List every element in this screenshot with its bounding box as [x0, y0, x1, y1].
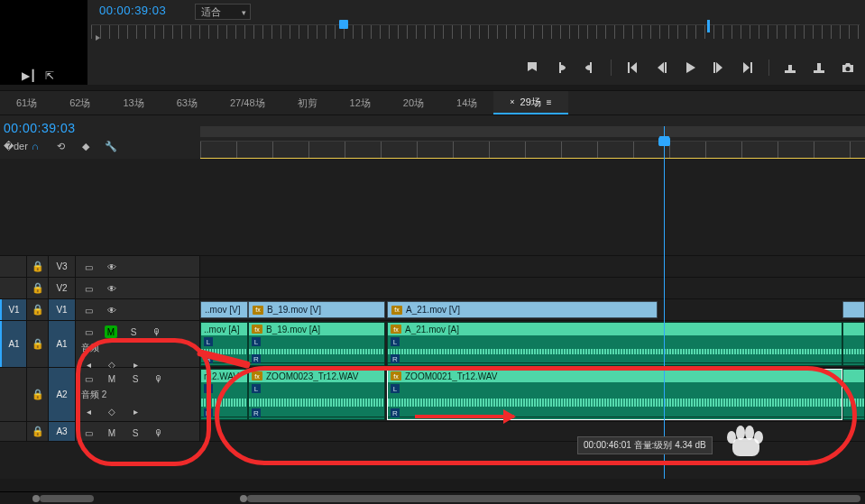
insert-icon[interactable]: ⇱ [45, 69, 54, 82]
tab-12[interactable]: 12场 [334, 91, 387, 115]
a3-lock[interactable]: 🔒 [27, 422, 49, 441]
program-in-marker[interactable] [339, 20, 348, 29]
go-to-out-button[interactable] [740, 60, 756, 76]
tab-62[interactable]: 62场 [53, 91, 106, 115]
a1-target[interactable]: A1 [49, 321, 76, 367]
v1-toggle-output-icon[interactable]: ▭ [81, 303, 96, 317]
clip-a1-2[interactable]: fxA_21.mov [A]LR [387, 322, 842, 366]
a1-solo-button[interactable]: S [126, 325, 141, 339]
hscroll-thumb-right[interactable] [247, 495, 860, 502]
go-to-in-button[interactable] [624, 60, 640, 76]
program-timecode[interactable]: 00:00:39:03 [99, 4, 166, 17]
play-around-icon[interactable]: ▶┃ [22, 69, 36, 82]
snap-icon[interactable]: �der [4, 141, 16, 152]
marker-tool-icon[interactable]: ◆ [79, 141, 92, 152]
v1-target[interactable]: V1 [49, 299, 76, 320]
v1-source-patch[interactable]: V1 [0, 299, 27, 320]
mark-out-button[interactable] [582, 60, 598, 76]
v2-lock[interactable]: 🔒 [27, 278, 49, 298]
link-icon[interactable]: ⟲ [54, 141, 67, 152]
a2-solo-button[interactable]: S [128, 371, 143, 386]
clip-a1-1[interactable]: fxB_19.mov [A]LR [248, 322, 385, 366]
hscroll-cap-mid[interactable] [240, 495, 247, 502]
clip-a2-2[interactable]: fxZOOM0021_Tr12.WAVLR [387, 369, 842, 420]
v3-lane[interactable] [200, 256, 865, 277]
export-frame-button[interactable] [840, 60, 856, 76]
v1-eye-icon[interactable]: 👁 [105, 303, 119, 317]
clip-a2-0[interactable]: r12.WAVLR [200, 369, 248, 420]
add-marker-button[interactable] [524, 60, 540, 76]
timeline-empty-area[interactable] [0, 159, 865, 256]
a3-lane[interactable] [200, 422, 865, 441]
v1-lane[interactable]: ..mov [V] fxB_19.mov [V] fxA_21.mov [V] [200, 299, 865, 320]
a3-toggle-output-icon[interactable]: ▭ [81, 426, 96, 440]
step-forward-button[interactable] [711, 60, 727, 76]
tab-61[interactable]: 61场 [0, 91, 53, 115]
a1-lane[interactable]: ..mov [A]LR fxB_19.mov [A]LR fxA_21.mov … [200, 321, 865, 367]
lift-button[interactable] [782, 60, 798, 76]
a3-mute-button[interactable]: M [105, 426, 119, 440]
program-ruler[interactable] [91, 24, 860, 39]
timeline-timecode[interactable]: 00:00:39:03 [4, 121, 75, 135]
v2-lane[interactable] [200, 278, 865, 298]
clip-v1-1[interactable]: fxB_19.mov [V] [248, 301, 385, 318]
timeline-ruler[interactable] [200, 141, 865, 159]
a1-toggle-output-icon[interactable]: ▭ [81, 325, 96, 339]
clip-a2-1[interactable]: fxZOOM0023_Tr12.WAVLR [248, 369, 385, 420]
v2-source-patch[interactable] [0, 278, 27, 298]
clip-v1-3[interactable] [842, 301, 865, 318]
play-button[interactable] [682, 60, 698, 76]
mark-in-button[interactable] [553, 60, 569, 76]
timeline-work-area[interactable] [200, 126, 865, 137]
tab-14[interactable]: 14场 [440, 91, 493, 115]
playhead-handle[interactable] [659, 136, 669, 146]
close-icon[interactable]: × [510, 97, 514, 106]
clip-a2-3[interactable] [842, 369, 865, 420]
tab-menu-icon[interactable]: ≡ [547, 97, 552, 107]
clip-v1-0[interactable]: ..mov [V] [200, 301, 248, 318]
v3-lock[interactable]: 🔒 [27, 256, 49, 277]
a3-source-patch[interactable] [0, 422, 27, 441]
v2-target[interactable]: V2 [49, 278, 76, 298]
v2-toggle-output-icon[interactable]: ▭ [81, 281, 96, 296]
a3-target[interactable]: A3 [49, 422, 76, 441]
magnet-icon[interactable]: ∩ [29, 141, 41, 152]
a2-prev-key-icon[interactable]: ◂ [81, 404, 96, 418]
hscroll-cap-left[interactable] [32, 495, 40, 502]
v3-source-patch[interactable] [0, 256, 27, 277]
program-out-marker[interactable] [707, 20, 710, 32]
v2-eye-icon[interactable]: 👁 [105, 281, 119, 296]
v3-eye-icon[interactable]: 👁 [105, 260, 119, 274]
step-back-button[interactable] [653, 60, 669, 76]
tab-63[interactable]: 63场 [161, 91, 214, 115]
a1-voice-icon[interactable]: 🎙 [150, 325, 164, 339]
wrench-icon[interactable]: 🔧 [105, 141, 117, 152]
a3-voice-icon[interactable]: 🎙 [152, 426, 166, 440]
tab-13[interactable]: 13场 [107, 91, 161, 115]
a2-lock[interactable]: 🔒 [27, 368, 49, 421]
a3-solo-button[interactable]: S [128, 426, 143, 440]
a2-voice-icon[interactable]: 🎙 [152, 371, 166, 386]
v1-lock[interactable]: 🔒 [27, 299, 49, 320]
extract-button[interactable] [811, 60, 827, 76]
clip-a1-0[interactable]: ..mov [A]LR [200, 322, 248, 366]
zoom-fit-select[interactable]: 适合 [195, 4, 251, 20]
clip-a1-3[interactable] [842, 322, 865, 366]
tab-20[interactable]: 20场 [387, 91, 440, 115]
tab-2748[interactable]: 27/48场 [214, 91, 281, 115]
a2-next-key-icon[interactable]: ▸ [128, 404, 143, 418]
v3-toggle-output-icon[interactable]: ▭ [81, 260, 96, 274]
timeline-hscroll[interactable] [0, 491, 865, 504]
a1-source-patch[interactable]: A1 [0, 321, 27, 367]
a2-add-key-icon[interactable]: ◇ [105, 404, 119, 418]
hscroll-thumb-left[interactable] [40, 495, 94, 502]
clip-v1-2[interactable]: fxA_21.mov [V] [387, 301, 658, 318]
a2-source-patch[interactable] [0, 368, 27, 421]
tab-29[interactable]: × 29场 ≡ [493, 91, 567, 115]
a2-toggle-output-icon[interactable]: ▭ [81, 371, 96, 386]
a1-mute-button[interactable]: M [105, 325, 117, 338]
a2-mute-button[interactable]: M [105, 371, 119, 386]
v3-target[interactable]: V3 [49, 256, 76, 277]
a1-lock[interactable]: 🔒 [27, 321, 49, 367]
a2-target[interactable]: A2 [49, 368, 76, 421]
